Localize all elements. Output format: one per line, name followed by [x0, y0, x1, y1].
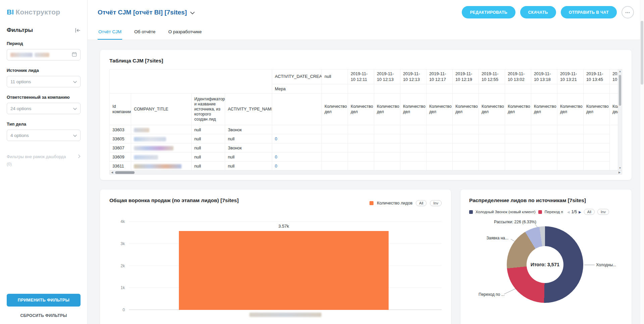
- measure-value-cell: [584, 134, 610, 143]
- case-type-select[interactable]: 4 options: [7, 130, 81, 141]
- app-logo: BIКонструктор: [7, 8, 81, 16]
- redacted-date-from: [10, 53, 33, 57]
- scroll-down-arrow-icon[interactable]: ▼: [618, 167, 622, 170]
- scroll-left-arrow-icon[interactable]: ◀: [110, 171, 114, 174]
- lead-source-cell: null: [192, 134, 225, 143]
- apply-filters-button[interactable]: ПРИМЕНИТЬ ФИЛЬТРЫ: [7, 294, 81, 307]
- redacted-company-name: [134, 137, 166, 141]
- redacted-company-name: [134, 164, 182, 169]
- date-column-header: 2019-11-10 12:11: [348, 70, 374, 84]
- measure-row-cell: [479, 84, 505, 94]
- tab-about-developer[interactable]: О разработчике: [167, 25, 202, 40]
- funnel-legend: Количество лидов All Inv: [369, 200, 442, 206]
- lead-source-cell: null: [192, 125, 225, 134]
- measure-value-cell: [557, 161, 584, 171]
- download-button[interactable]: СКАЧАТЬ: [520, 6, 556, 18]
- tab-about-report[interactable]: Об отчёте: [134, 25, 156, 40]
- measure-value-cell: [531, 134, 557, 143]
- measure-value-cell: [584, 161, 610, 171]
- donut-callout-rassylki: Рассылки: 226 (6.33%): [494, 220, 536, 224]
- legend-all-button[interactable]: All: [416, 200, 427, 206]
- measure-name-header: Количество дел: [453, 94, 479, 125]
- more-options-button[interactable]: •••: [622, 6, 634, 18]
- page-scroll-thumb[interactable]: [641, 21, 643, 85]
- company-title-cell: [131, 143, 192, 152]
- measure-value-cell: [453, 161, 479, 171]
- measure-value-cell: [272, 143, 322, 152]
- measure-row-cell: [557, 84, 584, 94]
- measure-value-cell: [427, 134, 453, 143]
- legend-label[interactable]: Переход п: [545, 210, 563, 214]
- vertical-scroll-thumb[interactable]: [619, 75, 621, 106]
- measure-value-cell: [557, 152, 584, 161]
- measure-value-cell: [348, 134, 374, 143]
- legend-all-button[interactable]: All: [584, 209, 595, 215]
- measure-row-cell: [427, 84, 453, 94]
- donut-center-total: Итого: 3,571: [531, 262, 559, 267]
- page-scrollbar[interactable]: [640, 0, 644, 324]
- measure-value-cell: [453, 125, 479, 134]
- measure-value-cell: [427, 125, 453, 134]
- legend-swatch: [538, 210, 542, 214]
- table-vertical-scrollbar[interactable]: ▲ ▼: [618, 69, 622, 170]
- redacted-x-axis-label: [249, 313, 321, 317]
- horizontal-scroll-thumb[interactable]: [115, 171, 135, 174]
- measure-name-header: Количество дел: [348, 94, 374, 125]
- company-responsible-value: 24 options: [10, 106, 31, 111]
- lead-source-cell: null: [192, 161, 225, 171]
- measure-value-cell: [453, 152, 479, 161]
- measure-name-header: Количество дел: [374, 94, 400, 125]
- measure-row-cell: [348, 84, 374, 94]
- measure-value-cell: [557, 125, 584, 134]
- measure-row-cell: [374, 84, 400, 94]
- report-title-dropdown[interactable]: Отчёт CJM [отчёт BI] [7sites]: [98, 9, 195, 16]
- legend-swatch: [469, 210, 473, 214]
- legend-label[interactable]: Холодный Звонок (новый клиент): [476, 210, 536, 214]
- scroll-right-arrow-icon[interactable]: ▶: [617, 171, 622, 174]
- measure-value-cell: [453, 134, 479, 143]
- table-row: 33607nullЗвонок: [110, 143, 623, 152]
- scroll-up-arrow-icon[interactable]: ▲: [618, 70, 622, 73]
- y-axis-label: 0: [122, 308, 125, 312]
- redacted-company-name: [134, 146, 174, 150]
- measure-value-cell: [505, 161, 531, 171]
- send-to-chat-button[interactable]: ОТПРАВИТЬ В ЧАТ: [561, 6, 617, 18]
- column-header-lead-source: Идентификатор и название источника, из к…: [192, 94, 225, 125]
- measure-value-cell: [348, 161, 374, 171]
- donut-callout-perekhod: Переход по ...: [479, 292, 505, 297]
- table-widget-card: Таблица CJM [7sites] ACTIVITY_DATE_CREAT…: [100, 49, 632, 180]
- extra-filters-label: Фильтры вне рамок дашборда: [7, 154, 66, 159]
- legend-inv-button[interactable]: Inv: [597, 209, 609, 215]
- donut-ring[interactable]: Итого: 3,571: [507, 226, 583, 303]
- period-date-input[interactable]: [7, 49, 81, 60]
- edit-button[interactable]: РЕДАКТИРОВАТЬ: [462, 6, 515, 18]
- collapse-sidebar-icon[interactable]: [75, 28, 81, 33]
- measure-value-cell: [374, 134, 400, 143]
- y-axis: 01k2k3k4k: [109, 222, 129, 310]
- company-responsible-select[interactable]: 24 options: [7, 103, 81, 114]
- measure-value-cell: 0: [272, 161, 322, 171]
- legend-inv-button[interactable]: Inv: [430, 200, 442, 206]
- extra-filters-count: (0): [7, 162, 81, 167]
- logo-bi: BI: [7, 8, 14, 16]
- measure-value-cell: [557, 134, 584, 143]
- reset-filters-button[interactable]: СБРОСИТЬ ФИЛЬТРЫ: [0, 313, 87, 318]
- legend-label[interactable]: Количество лидов: [377, 201, 412, 205]
- tab-report-cjm[interactable]: Отчёт CJM: [98, 25, 122, 40]
- pivot-table: ACTIVITY_DATE_CREATE null2019-11-10 12:1…: [109, 69, 622, 171]
- measure-value-cell: [479, 161, 505, 171]
- donut-legend: Холодный Звонок (новый клиент) Переход п…: [469, 209, 623, 215]
- chevron-down-icon: [73, 105, 77, 111]
- measure-value-cell: 0: [272, 134, 322, 143]
- table-row: 33605nullnull0: [110, 134, 623, 143]
- company-title-cell: [131, 134, 192, 143]
- activity-type-cell: null: [225, 134, 272, 143]
- pager-prev-icon[interactable]: ◀: [567, 210, 570, 214]
- table-horizontal-scrollbar[interactable]: ◀ ▶: [109, 170, 622, 175]
- funnel-bar[interactable]: [179, 231, 388, 310]
- lead-source-select[interactable]: 11 options: [7, 76, 81, 87]
- extra-filters-link[interactable]: Фильтры вне рамок дашборда (0): [7, 154, 81, 167]
- measure-value-cell: [584, 125, 610, 134]
- pager-next-icon[interactable]: ▶: [579, 210, 581, 214]
- measure-value-cell: [479, 134, 505, 143]
